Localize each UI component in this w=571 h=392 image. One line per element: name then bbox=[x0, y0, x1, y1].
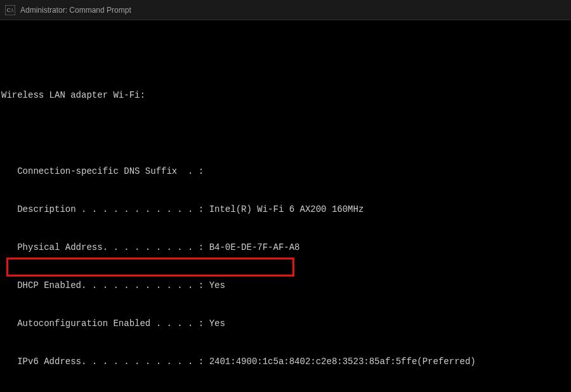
svg-text:C:\: C:\ bbox=[7, 8, 14, 13]
output-line: Physical Address. . . . . . . . . : B4-0… bbox=[1, 241, 570, 254]
output-line: DHCP Enabled. . . . . . . . . . . : Yes bbox=[1, 279, 570, 292]
cmd-icon: C:\ bbox=[5, 5, 15, 15]
window-title: Administrator: Command Prompt bbox=[20, 6, 131, 15]
output-line: IPv6 Address. . . . . . . . . . . : 2401… bbox=[1, 355, 570, 368]
output-line: Autoconfiguration Enabled . . . . : Yes bbox=[1, 317, 570, 330]
blank-line bbox=[1, 127, 570, 140]
titlebar[interactable]: C:\ Administrator: Command Prompt bbox=[0, 0, 571, 20]
output-line: Description . . . . . . . . . . . : Inte… bbox=[1, 203, 570, 216]
adapter-header: Wireless LAN adapter Wi-Fi: bbox=[1, 89, 570, 101]
terminal-output[interactable]: Wireless LAN adapter Wi-Fi: Connection-s… bbox=[0, 20, 571, 392]
highlight-annotation bbox=[6, 258, 294, 277]
output-line: Connection-specific DNS Suffix . : bbox=[1, 165, 570, 178]
